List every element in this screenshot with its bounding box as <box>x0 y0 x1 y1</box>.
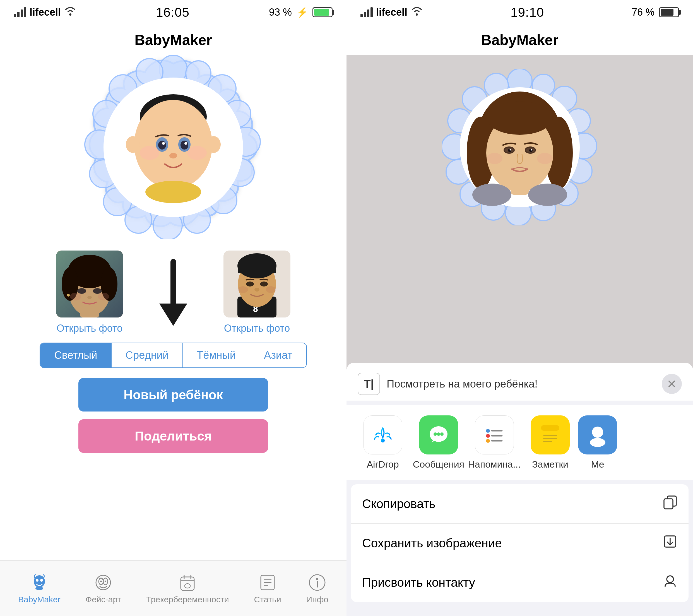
svg-point-78 <box>416 14 418 16</box>
svg-point-20 <box>140 146 159 160</box>
share-app-notes[interactable]: Заметки <box>522 415 578 470</box>
tab-articles[interactable]: Статьи <box>254 573 281 604</box>
share-sheet: T| Посмотреть на моего ребёнка! <box>346 363 693 616</box>
skin-btn-medium[interactable]: Средний <box>112 343 183 367</box>
tab-label-tracker: Трекербеременности <box>146 595 229 604</box>
svg-point-42 <box>70 293 81 300</box>
skin-btn-light[interactable]: Светлый <box>40 343 111 367</box>
svg-point-58 <box>36 579 39 582</box>
left-panel: lifecell 16:05 93 % ⚡ BabyMaker <box>0 0 346 616</box>
text-format-icon: T| <box>358 373 380 395</box>
notes-app-icon <box>531 415 570 455</box>
share-app-messages[interactable]: Сообщения <box>411 415 467 470</box>
svg-point-65 <box>105 580 106 582</box>
save-image-action[interactable]: Сохранить изображение <box>351 524 689 563</box>
share-app-reminders[interactable]: Напомина... <box>467 415 522 470</box>
share-button[interactable]: Поделиться <box>78 419 268 453</box>
svg-point-123 <box>486 434 490 438</box>
tab-faceart[interactable]: Фейс-арт <box>86 573 121 604</box>
battery-icon-right <box>659 7 679 17</box>
svg-point-53 <box>260 281 268 286</box>
app-title-left: BabyMaker <box>135 32 212 48</box>
tab-tracker[interactable]: Трекербеременности <box>146 573 229 604</box>
battery-area-left: 93 % ⚡ <box>269 6 333 18</box>
arrow-down <box>159 259 187 326</box>
svg-point-44 <box>67 294 70 297</box>
charging-icon-left: ⚡ <box>296 7 308 18</box>
svg-point-112 <box>472 183 511 206</box>
close-share-button[interactable] <box>662 374 682 394</box>
right-baby-cloud-frame <box>442 69 598 225</box>
svg-point-60 <box>36 587 43 590</box>
skin-btn-asian[interactable]: Азиат <box>250 343 306 367</box>
reminders-label: Напомина... <box>468 459 520 470</box>
svg-point-121 <box>486 429 490 433</box>
save-image-icon <box>663 534 677 552</box>
svg-point-43 <box>98 293 109 300</box>
tracker-icon <box>177 573 198 593</box>
share-app-me[interactable]: Me <box>578 415 617 470</box>
messages-app-icon <box>419 415 458 455</box>
tab-label-info: Инфо <box>306 595 329 604</box>
tab-babymaker[interactable]: BabyMaker <box>18 573 61 604</box>
svg-point-31 <box>145 181 201 203</box>
assign-contact-label: Присвоить контакту <box>362 576 475 590</box>
open-photo-right[interactable]: Открыть фото <box>224 322 290 334</box>
carrier-right: lifecell <box>376 6 407 18</box>
left-parent-photo <box>56 251 123 317</box>
reminders-app-icon <box>475 415 514 455</box>
svg-point-24 <box>158 141 166 150</box>
parent-right: 8 Откры <box>223 251 291 334</box>
svg-point-0 <box>69 14 72 16</box>
svg-point-132 <box>592 426 603 438</box>
svg-point-111 <box>537 153 553 164</box>
tab-label-faceart: Фейс-арт <box>86 595 121 604</box>
skin-btn-dark[interactable]: Тёмный <box>183 343 250 367</box>
svg-point-109 <box>531 149 532 151</box>
svg-point-70 <box>185 584 190 588</box>
face-art-icon <box>93 573 113 593</box>
carrier-signal-left: lifecell <box>14 6 76 19</box>
airdrop-app-icon <box>363 415 402 455</box>
share-app-airdrop[interactable]: AirDrop <box>355 415 411 470</box>
svg-point-107 <box>529 149 533 152</box>
share-message-text[interactable]: Посмотреть на моего ребёнка! <box>387 378 657 390</box>
new-baby-button[interactable]: Новый ребёнок <box>78 378 268 412</box>
status-bar-left: lifecell 16:05 93 % ⚡ <box>0 0 346 24</box>
svg-point-21 <box>187 146 207 160</box>
battery-icon-left <box>313 7 333 17</box>
messages-label: Сообщения <box>413 459 464 470</box>
carrier-signal-right: lifecell <box>360 6 423 19</box>
svg-rect-135 <box>664 499 673 509</box>
svg-point-54 <box>254 287 259 292</box>
articles-icon <box>258 573 278 593</box>
open-photo-left[interactable]: Открыть фото <box>57 322 122 334</box>
svg-point-27 <box>184 142 187 145</box>
assign-contact-action[interactable]: Присвоить контакту <box>351 563 689 602</box>
tab-bar-left: BabyMaker Фейс-арт <box>0 560 346 616</box>
tab-label-babymaker: BabyMaker <box>18 595 61 604</box>
copy-action[interactable]: Скопировать <box>351 484 689 524</box>
right-panel: lifecell 19:10 76 % BabyMaker <box>346 0 693 616</box>
svg-point-41 <box>87 296 92 299</box>
svg-point-120 <box>440 433 443 436</box>
svg-point-113 <box>528 183 567 206</box>
svg-point-101 <box>487 101 553 135</box>
svg-point-76 <box>316 578 318 580</box>
wifi-icon-right <box>411 6 423 19</box>
svg-point-110 <box>487 153 502 164</box>
svg-point-59 <box>40 579 43 582</box>
svg-point-56 <box>266 286 276 293</box>
svg-point-40 <box>93 288 102 294</box>
time-right: 19:10 <box>511 5 544 20</box>
signal-bars-left <box>14 7 26 17</box>
battery-area-right: 76 % <box>632 6 679 18</box>
tab-info[interactable]: Инфо <box>306 573 329 604</box>
svg-rect-128 <box>541 425 559 431</box>
svg-point-29 <box>126 136 140 153</box>
svg-point-118 <box>434 433 437 436</box>
nav-bar-right: BabyMaker <box>346 24 693 55</box>
svg-point-28 <box>169 153 177 158</box>
parent-left: Открыть фото <box>56 251 123 334</box>
share-apps-row: AirDrop Сообщения <box>346 405 693 480</box>
